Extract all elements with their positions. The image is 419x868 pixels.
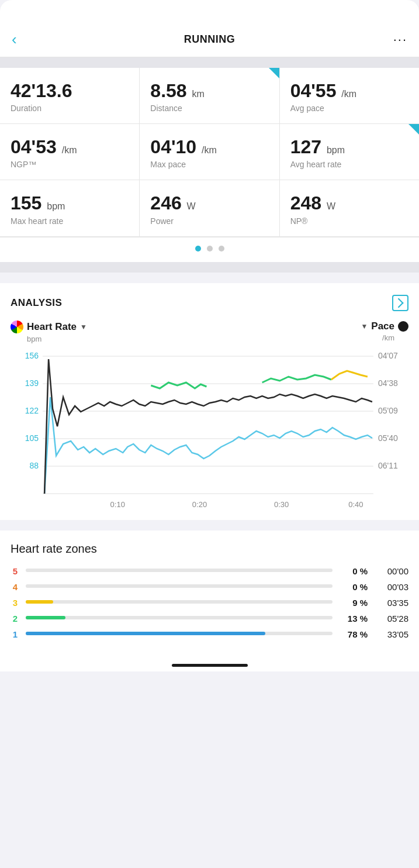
stat-distance-label: Distance — [150, 104, 268, 113]
svg-text:0:20: 0:20 — [192, 500, 207, 509]
zone-1-percent: 78 % — [338, 629, 368, 639]
zone-3-percent: 9 % — [338, 598, 368, 608]
right-metric-unit: /km — [382, 333, 394, 342]
zone-3-track — [26, 600, 333, 604]
more-button[interactable]: ··· — [384, 32, 407, 47]
top-separator — [0, 57, 419, 68]
home-indicator — [0, 657, 419, 671]
stat-duration-value: 42'13.6 — [11, 81, 129, 101]
zone-5-bar — [26, 569, 333, 573]
expand-button[interactable] — [392, 295, 408, 311]
hr-zones-title: Heart rate zones — [11, 542, 408, 556]
rainbow-icon — [11, 321, 23, 333]
zone-2-number: 2 — [11, 614, 20, 624]
stat-duration: 42'13.6 Duration — [0, 68, 140, 123]
zone-3-number: 3 — [11, 598, 20, 608]
zone-4-time: 00'03 — [373, 582, 408, 592]
zone-2-bar — [26, 616, 333, 621]
stat-avg-hr: 127 bpm Avg heart rate — [280, 124, 419, 180]
svg-text:04'38: 04'38 — [378, 378, 398, 388]
stat-distance-unit: km — [192, 89, 205, 99]
zone-4-bar — [26, 584, 333, 589]
zone-3-bar — [26, 600, 333, 605]
heart-rate-selector[interactable]: Heart Rate ▼ — [11, 321, 87, 333]
zone-row-1: 1 78 % 33'05 — [11, 629, 408, 639]
svg-text:05'09: 05'09 — [378, 406, 398, 415]
stat-ngp-unit: /km — [62, 145, 77, 155]
status-bar — [0, 0, 419, 26]
stat-max-hr-value: 155 bpm — [11, 193, 129, 213]
analysis-header: ANALYSIS — [11, 295, 408, 311]
stat-np-value: 248 W — [290, 193, 408, 213]
stats-row-2: 04'53 /km NGP™ 04'10 /km Max pace 127 bp… — [0, 124, 419, 180]
zone-4-track — [26, 584, 333, 588]
back-button[interactable]: ‹ — [12, 30, 35, 49]
zone-5-time: 00'00 — [373, 566, 408, 576]
zone-1-bar — [26, 632, 333, 636]
svg-text:05'40: 05'40 — [378, 433, 398, 443]
home-bar — [172, 664, 248, 667]
zone-1-fill — [26, 632, 265, 635]
page-title: RUNNING — [184, 33, 236, 46]
stat-max-pace-value: 04'10 /km — [150, 137, 268, 157]
pace-dot-icon — [398, 321, 408, 332]
nav-header: ‹ RUNNING ··· — [0, 26, 419, 57]
stat-avg-pace-value: 04'55 /km — [290, 81, 408, 101]
right-metric-chevron: ▼ — [361, 322, 368, 330]
pagination-dots — [0, 237, 419, 262]
pace-selector[interactable]: ▼ Pace — [361, 321, 408, 332]
svg-text:0:10: 0:10 — [110, 500, 125, 509]
stat-max-pace-label: Max pace — [150, 160, 268, 169]
zone-row-4: 4 0 % 00'03 — [11, 582, 408, 592]
stat-avg-hr-value: 127 bpm — [290, 137, 408, 157]
svg-text:156: 156 — [25, 351, 39, 360]
svg-text:04'07: 04'07 — [378, 351, 398, 360]
left-metric-chevron: ▼ — [80, 323, 87, 331]
stat-avg-pace-label: Avg pace — [290, 104, 408, 113]
right-metric-name: Pace — [371, 321, 394, 332]
left-metric-unit: bpm — [27, 335, 87, 343]
stat-np-label: NP® — [290, 216, 408, 226]
svg-text:139: 139 — [25, 378, 39, 388]
stat-avg-hr-label: Avg heart rate — [290, 160, 408, 169]
zone-row-2: 2 13 % 05'28 — [11, 614, 408, 624]
stat-max-hr: 155 bpm Max heart rate — [0, 180, 140, 236]
stats-row-3: 155 bpm Max heart rate 246 W Power 248 W… — [0, 180, 419, 236]
svg-text:0:30: 0:30 — [274, 500, 289, 509]
stat-duration-label: Duration — [11, 104, 129, 113]
stat-ngp-label: NGP™ — [11, 160, 129, 169]
triangle-indicator-2 — [408, 124, 419, 135]
stat-np-unit: W — [327, 201, 335, 211]
stat-power-value: 246 W — [150, 193, 268, 213]
chart-container: 156 139 122 105 88 04'07 04'38 05'09 05'… — [11, 350, 408, 514]
left-metric-selector: Heart Rate ▼ bpm — [11, 321, 87, 343]
dot-1[interactable] — [195, 246, 201, 252]
zone-2-track — [26, 616, 333, 619]
zone-5-number: 5 — [11, 566, 20, 576]
analysis-section: ANALYSIS Heart Rate ▼ bpm ▼ Pace /km — [0, 283, 419, 520]
zone-5-percent: 0 % — [338, 566, 368, 576]
left-metric-name: Heart Rate — [27, 321, 77, 333]
stat-avg-pace: 04'55 /km Avg pace — [280, 68, 419, 123]
dot-3[interactable] — [219, 246, 224, 252]
chart-controls: Heart Rate ▼ bpm ▼ Pace /km — [11, 321, 408, 343]
stats-grid: 42'13.6 Duration 8.58 km Distance 04'55 … — [0, 68, 419, 262]
zone-1-time: 33'05 — [373, 629, 408, 639]
stat-max-pace-unit: /km — [202, 145, 217, 155]
zone-3-time: 03'35 — [373, 598, 408, 608]
svg-text:06'11: 06'11 — [378, 461, 398, 470]
right-metric-selector: ▼ Pace /km — [361, 321, 408, 342]
zone-4-number: 4 — [11, 582, 20, 592]
stat-power-label: Power — [150, 216, 268, 226]
stat-avg-pace-unit: /km — [341, 89, 356, 99]
stats-row-1: 42'13.6 Duration 8.58 km Distance 04'55 … — [0, 68, 419, 124]
svg-text:105: 105 — [25, 433, 39, 443]
stat-power-unit: W — [187, 201, 196, 211]
stat-ngp: 04'53 /km NGP™ — [0, 124, 140, 180]
dot-2[interactable] — [207, 246, 213, 252]
stat-power: 246 W Power — [140, 180, 279, 236]
stat-avg-hr-unit: bpm — [327, 145, 345, 155]
zone-2-fill — [26, 616, 65, 619]
svg-text:122: 122 — [25, 406, 39, 415]
hr-zones-section: Heart rate zones 5 0 % 00'00 4 0 % 00'03… — [0, 531, 419, 657]
